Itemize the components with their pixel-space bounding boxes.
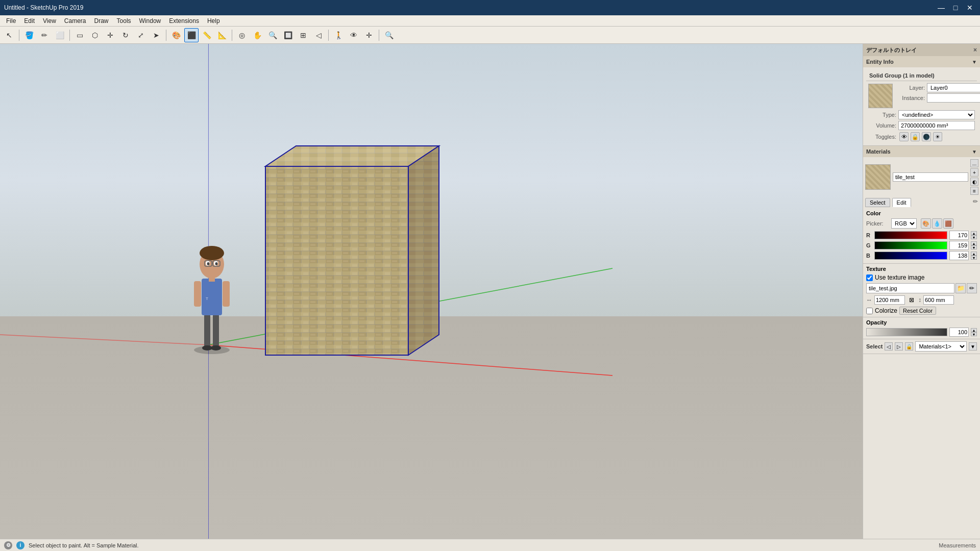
scale-btn[interactable]: ⤢ [134,28,148,42]
entity-info-header[interactable]: Entity Info ▼ [863,56,980,67]
r-input[interactable] [949,231,969,240]
g-slider[interactable] [874,241,947,249]
texture-edit-btn[interactable]: ✏ [967,283,977,293]
menu-help[interactable]: Help [203,15,224,27]
colorize-checkbox[interactable] [866,308,873,314]
look-around-btn[interactable]: 👁 [347,28,361,42]
material-name-input[interactable] [893,172,968,182]
use-texture-checkbox[interactable] [866,274,873,281]
b-up-btn[interactable]: ▲ [971,252,977,256]
tray-close-btn[interactable]: × [973,46,977,54]
orbit-btn[interactable]: ◎ [235,28,249,42]
reset-color-btn[interactable]: Reset Color [899,307,936,315]
eyedropper-icon[interactable]: 💧 [932,218,942,229]
materials-dropdown[interactable]: Materials<1> [915,341,967,352]
zoom-btn[interactable]: 🔍 [265,28,280,42]
green-row: G ▲ ▼ [866,241,977,250]
b-slider[interactable] [874,252,947,260]
paint-bucket-btn[interactable]: 🪣 [22,28,36,42]
texture-file-input[interactable] [866,283,954,293]
menu-view[interactable]: View [39,15,60,27]
layer-select[interactable]: Layer0 [927,83,980,92]
select-tool-btn[interactable]: ↖ [2,28,16,42]
toggle-receive-shadow[interactable]: ☀ [933,132,942,141]
instance-input[interactable] [927,93,980,103]
pan-btn[interactable]: ✋ [250,28,264,42]
r-up-btn[interactable]: ▲ [971,231,977,235]
color-section: Color Picker: RGB HSB HLS 🎨 💧 🟫 [863,208,980,263]
edit-icon[interactable]: ✏ [973,198,978,207]
menu-tools[interactable]: Tools [113,15,135,27]
viewport[interactable]: T [0,44,863,539]
pencil-btn[interactable]: ✏ [37,28,52,42]
menu-camera[interactable]: Camera [60,15,90,27]
entity-info-arrow: ▼ [972,59,977,65]
picker-type-select[interactable]: RGB HSB HLS [891,218,917,229]
detail-toggle[interactable]: ≡ [970,187,978,195]
g-down-btn[interactable]: ▼ [971,245,977,249]
use-texture-row: Use texture image [866,274,977,281]
follow-btn[interactable]: ➤ [149,28,163,42]
r-down-btn[interactable]: ▼ [971,235,977,239]
opacity-down-btn[interactable]: ▼ [971,332,977,336]
toggle-lock[interactable]: 🔒 [911,132,920,141]
menu-window[interactable]: Window [135,15,165,27]
select-expand-btn[interactable]: ▼ [969,342,977,350]
browse-material-btn[interactable]: ... [970,159,978,167]
menu-file[interactable]: File [2,15,20,27]
g-input[interactable] [949,241,969,250]
color-wheel-icon[interactable]: 🎨 [921,218,931,229]
create-material-btn[interactable]: + [970,168,978,177]
color-swatch-icon[interactable]: 🟫 [943,218,953,229]
b-input[interactable] [949,251,969,260]
rectangle-btn[interactable]: ▭ [72,28,87,42]
minimize-button[interactable]: — [935,3,947,13]
select-next-btn[interactable]: ▷ [895,342,903,350]
material-btn[interactable]: ⬛ [184,28,199,42]
push-pull-btn[interactable]: ⬡ [88,28,102,42]
zoom-extents-btn[interactable]: ⊞ [296,28,310,42]
select-prev-btn[interactable]: ◁ [885,342,893,350]
search-btn[interactable]: 🔍 [382,28,396,42]
previous-btn[interactable]: ◁ [311,28,326,42]
b-spinners: ▲ ▼ [971,252,977,260]
entity-info-fields: Layer: Layer0 Instance: [895,83,980,103]
materials-arrow: ▼ [972,149,977,155]
info-icon[interactable]: i [16,541,24,549]
texture-width-input[interactable] [874,295,905,305]
menu-edit[interactable]: Edit [20,15,39,27]
texture-browse-btn[interactable]: 📁 [955,283,966,293]
r-slider[interactable] [874,231,947,239]
g-up-btn[interactable]: ▲ [971,241,977,245]
paint-btn[interactable]: 🎨 [169,28,183,42]
materials-header[interactable]: Materials ▼ [863,146,980,157]
opacity-slider[interactable] [866,328,947,336]
material-tabs: Select Edit ✏ [863,197,980,208]
select-tab[interactable]: Select [865,198,890,207]
eraser-btn[interactable]: ⬜ [53,28,67,42]
opacity-input[interactable] [949,328,969,337]
tape-btn[interactable]: 📏 [200,28,214,42]
rotate-btn[interactable]: ↻ [118,28,133,42]
cross-hair-btn[interactable]: ✛ [362,28,376,42]
opacity-up-btn[interactable]: ▲ [971,328,977,332]
zoom-window-btn[interactable]: 🔲 [281,28,295,42]
walk-btn[interactable]: 🚶 [331,28,346,42]
toggle-visibility[interactable]: 👁 [899,132,909,141]
menu-extensions[interactable]: Extensions [165,15,203,27]
close-button[interactable]: ✕ [964,3,976,13]
menu-draw[interactable]: Draw [90,15,113,27]
move-btn[interactable]: ✛ [103,28,117,42]
sky-background [0,44,863,316]
protractor-btn[interactable]: 📐 [215,28,229,42]
select-lock-btn[interactable]: 🔒 [905,342,913,350]
shading-toggle[interactable]: ◐ [970,178,978,186]
edit-tab[interactable]: Edit [892,198,911,207]
texture-height-input[interactable] [923,295,954,305]
toggle-cast-shadow[interactable]: 🌑 [922,132,931,141]
link-dims-btn[interactable]: ⊠ [907,296,916,304]
b-down-btn[interactable]: ▼ [971,256,977,260]
maximize-button[interactable]: □ [949,3,962,13]
type-select[interactable]: <undefined> [898,110,975,119]
pencil-edit-icon[interactable]: ✏ [973,198,978,205]
